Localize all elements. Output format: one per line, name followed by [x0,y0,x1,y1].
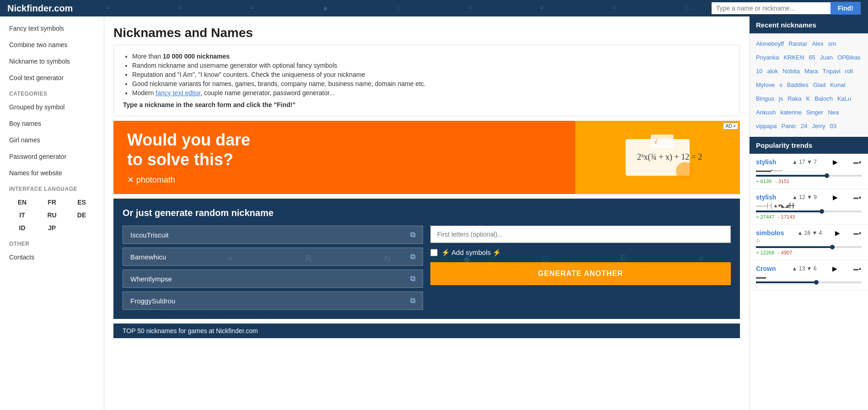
sidebar-item-combine-names[interactable]: Combine two names [0,37,104,53]
sidebar-item-boy-names[interactable]: Boy names [0,115,104,132]
recent-name-item[interactable]: K [806,93,810,105]
recent-name-item[interactable]: Panic [782,120,797,132]
play-icon[interactable]: ▶ [833,158,838,166]
add-symbols-checkbox[interactable] [430,249,438,256]
trend-arrows: ▲ 13 ▼ 6 [792,265,817,272]
recent-name-item[interactable]: Juan [820,52,833,64]
recent-name-item[interactable]: roll [845,65,853,77]
nickname-item-1[interactable]: Barnewhicu ⧉ [123,248,423,266]
sidebar-item-girl-names[interactable]: Girl names [0,132,104,148]
trend-bar [756,175,862,177]
first-letters-input[interactable] [430,226,731,243]
svg-text:2³x(¾ + x) + 12 = 2: 2³x(¾ + x) + 12 = 2 [637,152,702,162]
recent-name-item[interactable]: Jerry [812,120,825,132]
fancy-text-link[interactable]: fancy text editor [155,89,200,97]
trend-name[interactable]: stylish [756,158,776,166]
count-down: - 4907 [778,250,792,255]
nickname-item-3[interactable]: FroggySuldrou ⧉ [123,291,423,310]
recent-name-item[interactable]: Nea [828,107,839,119]
recent-name-item[interactable]: Mara [804,65,818,77]
recent-name-item[interactable]: katerine [780,107,801,119]
recent-name-item[interactable]: Priyanka [756,52,779,64]
recent-name-item[interactable]: Glad [813,79,825,91]
copy-icon-0[interactable]: ⧉ [410,231,415,239]
lang-en[interactable]: EN [7,196,37,209]
recent-name-item[interactable]: Singer [806,107,824,119]
lang-it[interactable]: IT [7,209,37,221]
sidebar-item-fancy-text[interactable]: Fancy text symbols [0,20,104,37]
nickname-item-0[interactable]: IscouTriscuit ⧉ [123,226,423,244]
recent-name-item[interactable]: Mylove [756,79,775,91]
trend-item: stylish ▲ 17 ▼ 7 ▶ ▬● ▬▬▬•—— + 6139 - 31… [750,154,868,189]
trend-name[interactable]: Crown [756,265,776,272]
nickname-text-3: FroggySuldrou [130,297,175,305]
trend-bar [756,210,862,212]
feature-item-2: Random nickname and username generator w… [132,62,730,69]
recent-name-item[interactable]: sm [828,38,836,50]
recent-name-item[interactable]: alok [767,65,778,77]
top50-label: TOP 50 nicknames for games at Nickfinder… [113,324,740,338]
recent-name-item[interactable]: vippapa [756,120,777,132]
recent-name-item[interactable]: 10 [756,65,762,77]
recent-name-item[interactable]: Raka [788,93,801,105]
recent-name-item[interactable]: KaLu [837,93,851,105]
count-up: + 12268 [756,250,774,255]
recent-name-item[interactable]: Alex [812,38,823,50]
lang-jp[interactable]: JP [37,221,67,234]
feature-list: More than 10 000 000 nicknames Random ni… [132,53,730,97]
nickname-item-2[interactable]: Whentlympse ⧉ [123,270,423,288]
sidebar-item-nickname-symbols[interactable]: Nickname to symbols [0,53,104,70]
copy-icon-3[interactable]: ⧉ [410,297,415,305]
sidebar-item-cool-text[interactable]: Cool text generator [0,70,104,86]
recent-name-item[interactable]: Kunal [830,79,845,91]
trend-item: simbolos ▲ 16 ▼ 4 ▶ ▬● ⚐ + 12268 - 4907 [750,225,868,260]
recent-name-item[interactable]: Tnpavi [823,65,841,77]
ad-close-badge[interactable]: AD × [723,123,738,129]
lang-de[interactable]: DE [67,209,96,221]
recent-name-item[interactable]: OPBikas [837,52,861,64]
sidebar-item-grouped-symbol[interactable]: Grouped by symbol [0,99,104,115]
sidebar-item-password-gen[interactable]: Password generator [0,148,104,165]
copy-icon-1[interactable]: ⧉ [410,253,415,261]
svg-point-4 [676,162,694,180]
recent-name-item[interactable]: 03 [830,120,836,132]
recent-name-item[interactable]: Aloneboyff [756,38,784,50]
recent-name-item[interactable]: Nobita [782,65,800,77]
recent-name-item[interactable]: Baloch [814,93,833,105]
generate-button[interactable]: GENERATE ANOTHER [430,262,731,285]
trend-counts: + 12268 - 4907 [756,250,862,255]
sidebar-item-names-website[interactable]: Names for website [0,165,104,181]
recent-name-item[interactable]: Ankush [756,107,776,119]
recent-name-item[interactable]: 65 [809,52,815,64]
trend-name[interactable]: stylish [756,194,776,201]
trend-counts: + 6139 - 3151 [756,178,862,184]
sidebar-item-contacts[interactable]: Contacts [0,249,104,265]
recent-name-item[interactable]: s [779,79,782,91]
recent-name-item[interactable]: Raistar [788,38,807,50]
play-icon[interactable]: ▶ [832,265,837,272]
trend-name[interactable]: simbolos [756,229,784,237]
recent-name-item[interactable]: Bingus [756,93,774,105]
ad-banner: Would you dareto solve this? ✕ photomath… [113,121,740,194]
copy-icon-2[interactable]: ⧉ [410,275,415,283]
lang-es[interactable]: ES [67,196,96,209]
site-logo[interactable]: Nickfinder.com [7,3,73,14]
lang-ru[interactable]: RU [37,209,67,221]
lang-id[interactable]: ID [7,221,37,234]
trend-arrows: ▲ 12 ▼ 9 [792,194,817,200]
play-icon[interactable]: ▶ [835,229,840,237]
info-box: More than 10 000 000 nicknames Random ni… [113,45,740,116]
feature-item-3: Reputation and "I Am", "I know" counters… [132,71,730,78]
recent-name-item[interactable]: 24 [801,120,807,132]
search-input[interactable] [712,2,830,14]
recent-name-item[interactable]: js [779,93,783,105]
feature-item-5: Modern fancy text editor, couple name ge… [132,89,730,97]
ad-image: 2³x(¾ + x) + 12 = 2 √ [575,121,740,194]
recent-name-item[interactable]: Baddies [787,79,809,91]
lang-fr[interactable]: FR [37,196,67,209]
find-button[interactable]: Find! [830,2,861,15]
play-icon[interactable]: ▶ [833,194,838,201]
recent-nicknames-title: Recent nicknames [750,16,868,33]
header: □×F×◆□×F×□×◆ Nickfinder.com Find! [0,0,868,16]
recent-name-item[interactable]: KRKEN [784,52,804,64]
